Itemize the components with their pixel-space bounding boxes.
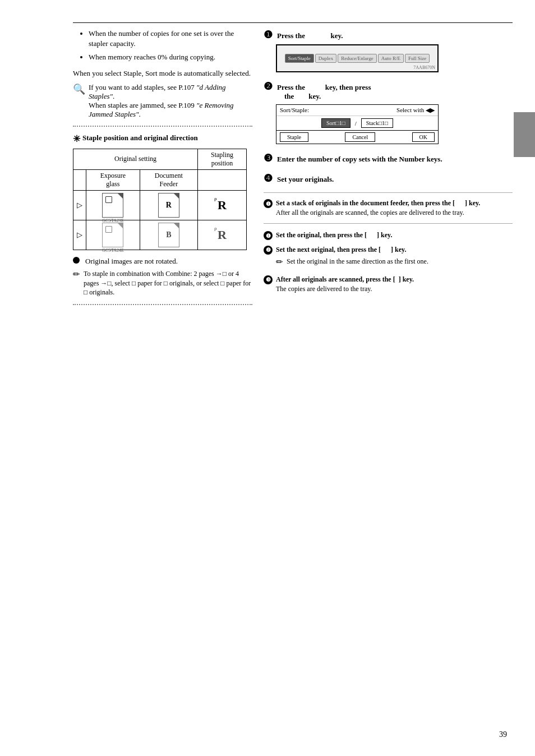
dialog-cancel-btn: Cancel (345, 132, 375, 142)
dialog-ok-btn: OK (412, 132, 435, 142)
section-rule-2 (264, 223, 513, 224)
step-2-text: Press the key, then press the key. (277, 83, 371, 101)
screen-id: 7AAB670N (413, 65, 435, 70)
pencil-note-text: To staple in combination with Combine: 2… (84, 269, 252, 297)
sort-mode-note: When you select Staple, Sort mode is aut… (73, 68, 252, 79)
glass-pencil-note: Set the original in the same direction a… (287, 257, 428, 266)
pencil-note: ✏ To staple in combination with Combine:… (73, 269, 252, 297)
step-3-text: Enter the number of copy sets with the N… (277, 155, 442, 164)
table-row-2: ▷ GCSTA24E (73, 220, 247, 250)
step-2-num: ❷ (264, 80, 273, 93)
original-table: Original setting Staplingposition Exposu… (73, 149, 247, 250)
sun-icon: ✳ (73, 133, 80, 144)
step-3-block: ❸ Enter the number of copy sets with the… (264, 152, 513, 164)
feeder-step-1-num: ❶ (264, 199, 273, 208)
glass-step-2-text: Set the next original, then press the [ … (276, 245, 428, 255)
step-4-block: ❹ Set your originals. (264, 172, 513, 185)
glass-step-1-text: Set the original, then press the [ ] key… (276, 231, 392, 240)
feeder-step-1-body: After all the originals are scanned, the… (276, 208, 480, 218)
screen-btn-full: Full Size (405, 54, 430, 63)
glass-pencil-icon: ✏ (276, 257, 283, 267)
glass-sub-step-2: ❷ Set the next original, then press the … (264, 245, 513, 270)
black-dot-note: Original images are not rotated. (73, 257, 252, 266)
step-4-text: Set your originals. (277, 175, 334, 184)
step-2-dialog: Sort/Staple: Select with ◀▶ Sort□1□ / St… (276, 104, 439, 144)
dialog-header-right: Select with ◀▶ (396, 107, 435, 114)
search-note-2: When staples are jammed, see P.109 "e Re… (89, 101, 252, 119)
step-1-text: Press the key. (277, 31, 343, 40)
magnify-icon: 🔍 (73, 83, 85, 95)
step-1-block: ❶ Press the key. Sort/Staple Duplex Redu… (264, 29, 513, 72)
dotted-rule-bottom (73, 304, 252, 305)
dotted-rule-top (73, 126, 252, 127)
dialog-staple-btn: Staple (280, 132, 308, 142)
feeder-section: ❶ Set a stack of originals in the docume… (264, 199, 513, 218)
top-rule (73, 22, 513, 23)
step-2-block: ❷ Press the key, then press the key. Sor… (264, 80, 513, 144)
screen-btn-duplex: Duplex (315, 54, 337, 63)
glass-step-2-num: ❷ (264, 246, 273, 255)
bullet-list: When the number of copies for one set is… (79, 29, 252, 63)
step-1-screen: Sort/Staple Duplex Reduce/Enlarge Auto R… (276, 44, 439, 72)
dialog-header-left: Sort/Staple: (280, 107, 309, 114)
glass-step-3-body: The copies are delivered to the tray. (276, 284, 414, 294)
table-row-1: ▷ GCSTA23E (73, 190, 247, 220)
right-column: ❶ Press the key. Sort/Staple Duplex Redu… (258, 29, 535, 312)
glass-step-3-num: ❸ (264, 275, 273, 284)
dialog-sort-btn: Sort□1□ (321, 118, 350, 128)
step-4-num: ❹ (264, 172, 273, 185)
feeder-sub-step-1: ❶ Set a stack of originals in the docume… (264, 199, 513, 218)
screen-btn-sort: Sort/Staple (285, 54, 314, 63)
screen-btn-reduce: Reduce/Enlarge (338, 54, 376, 63)
glass-sub-step-1: ❶ Set the original, then press the [ ] k… (264, 231, 513, 240)
glass-step-3-text: After all originals are scanned, press t… (276, 275, 414, 284)
black-dot-icon (73, 257, 80, 264)
bullet-item-2: When memory reaches 0% during copying. (89, 52, 252, 62)
sidebar-block (514, 112, 535, 157)
feeder-step-1-text: Set a stack of originals in the document… (276, 199, 480, 208)
search-note-1: If you want to add staples, see P.107 "d… (89, 83, 252, 101)
page-number: 39 (499, 730, 507, 739)
glass-section: ❶ Set the original, then press the [ ] k… (264, 231, 513, 294)
step-1-num: ❶ (264, 29, 273, 41)
left-column: When the number of copies for one set is… (0, 29, 258, 312)
dialog-slash: / (355, 120, 357, 127)
black-dot-note-text: Original images are not rotated. (85, 257, 178, 266)
search-note-block: 🔍 If you want to add staples, see P.107 … (73, 83, 252, 119)
section-title: ✳ Staple position and original direction (73, 133, 252, 144)
section-rule-1 (264, 192, 513, 193)
glass-sub-step-3: ❸ After all originals are scanned, press… (264, 275, 513, 294)
pencil-icon: ✏ (73, 269, 80, 279)
dialog-stack-btn: Stack□1□ (361, 118, 393, 128)
screen-btn-auto: Auto R/E (378, 54, 404, 63)
bullet-item-1: When the number of copies for one set is… (89, 29, 252, 49)
glass-step-1-num: ❶ (264, 231, 273, 240)
step-3-num: ❸ (264, 152, 273, 164)
